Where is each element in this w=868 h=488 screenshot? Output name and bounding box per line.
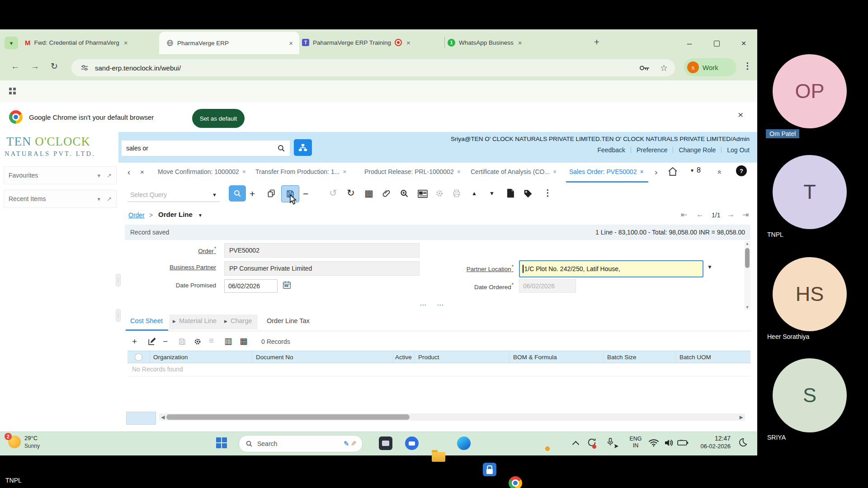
next-record-icon[interactable]: ▼ xyxy=(489,190,495,197)
menu-change-role[interactable]: Change Role xyxy=(679,146,716,154)
doc-tab-sales-order-active[interactable]: Sales Order: PVE50002× xyxy=(569,168,644,175)
select-query-dropdown[interactable]: Select Query ▼ xyxy=(127,188,220,202)
last-page-icon[interactable]: ⇥ xyxy=(742,210,749,220)
grid-columns-icon[interactable]: ▥ xyxy=(224,337,232,345)
site-settings-icon[interactable] xyxy=(80,64,89,71)
close-tab-icon[interactable]: × xyxy=(457,168,461,175)
tab-scroll-left-icon[interactable]: ‹ xyxy=(127,167,130,177)
grid-delete-row-icon[interactable]: − xyxy=(163,337,168,346)
scroll-up-icon[interactable]: ▲ xyxy=(744,241,750,246)
grid-view-icon[interactable]: ▦ xyxy=(364,188,373,198)
search-icon[interactable] xyxy=(277,144,285,152)
calendar-icon[interactable] xyxy=(282,280,292,290)
sidebar-splitter-handle[interactable]: ⋮ xyxy=(116,274,121,286)
home-icon[interactable] xyxy=(667,166,678,176)
tab-cost-sheet-active[interactable]: Cost Sheet xyxy=(130,317,163,324)
browser-tab-gmail[interactable]: M Fwd: Credential of PharmaVerg × xyxy=(25,33,160,52)
scroll-right-icon[interactable]: ▶ xyxy=(740,414,743,420)
previous-page-icon[interactable]: ← xyxy=(696,210,704,219)
form-scrollbar[interactable]: ▲ ▼ xyxy=(744,241,750,310)
taskbar-file-explorer-icon[interactable] xyxy=(432,452,445,462)
doc-tab-certificate-of-analysis[interactable]: Certificate of Analysis (CO...× xyxy=(471,168,557,175)
pane-splitter-handle[interactable]: ⋯ xyxy=(420,301,427,309)
taskbar-search-box[interactable]: Search ✎ ✎ xyxy=(239,435,363,452)
browser-tab-whatsapp[interactable]: 1 WhatsApp Business × xyxy=(448,33,581,52)
pane-splitter-handle[interactable]: ⋯ xyxy=(437,301,444,309)
window-close-button[interactable]: × xyxy=(735,37,753,50)
column-header[interactable]: Batch UOM xyxy=(676,351,750,363)
grid-save-icon[interactable] xyxy=(178,338,186,346)
doc-tab-transfer-from-production[interactable]: Transfer From Production: 1...× xyxy=(255,168,346,175)
scroll-down-icon[interactable]: ▼ xyxy=(744,305,750,310)
collapse-all-icon[interactable]: « xyxy=(716,170,724,174)
new-tab-button[interactable]: + xyxy=(590,35,604,49)
expand-icon[interactable]: ↗ xyxy=(107,172,112,179)
column-header[interactable]: BOM & Formula xyxy=(509,351,604,363)
attachment-icon[interactable] xyxy=(382,189,391,198)
apps-grid-icon[interactable] xyxy=(9,88,12,90)
forward-button[interactable]: → xyxy=(31,61,39,71)
weather-condition[interactable]: Sunny xyxy=(24,443,40,449)
tag-icon[interactable] xyxy=(524,189,533,198)
zoom-icon[interactable] xyxy=(400,189,409,198)
select-all-cell[interactable] xyxy=(127,351,150,363)
taskbar-teams-icon[interactable] xyxy=(405,436,419,450)
bookmark-star-icon[interactable]: ☆ xyxy=(660,63,668,73)
window-maximize-button[interactable] xyxy=(708,37,726,50)
close-tab-icon[interactable]: × xyxy=(518,39,522,47)
tray-date[interactable]: 06-02-2026 xyxy=(691,443,731,450)
erp-search-input[interactable]: sales or xyxy=(121,140,290,156)
menu-lookup-button[interactable] xyxy=(294,139,312,156)
battery-icon[interactable] xyxy=(677,439,689,446)
gear-icon[interactable] xyxy=(435,189,444,198)
browser-tab-teams[interactable]: T PaharmaVerge ERP Training × xyxy=(302,33,441,52)
notification-close-icon[interactable]: × xyxy=(738,109,743,120)
report-icon[interactable] xyxy=(417,189,428,198)
tab-order-line-tax[interactable]: Order Line Tax xyxy=(267,317,310,324)
close-tab-icon[interactable]: × xyxy=(343,168,346,175)
speaker-icon[interactable] xyxy=(664,438,675,447)
scroll-left-icon[interactable]: ◀ xyxy=(161,414,165,420)
lookup-records-button[interactable] xyxy=(229,185,246,202)
tab-search-button[interactable]: ▾ xyxy=(5,37,18,49)
partner-location-input[interactable]: 1/C Plot No. 242/250, Latif House, xyxy=(519,260,703,277)
column-header[interactable]: Active xyxy=(393,351,415,363)
tab-scroll-right-icon[interactable]: › xyxy=(655,167,657,177)
expand-icon[interactable]: ↗ xyxy=(107,196,112,202)
copy-record-button[interactable] xyxy=(267,189,276,198)
previous-record-icon[interactable]: ▲ xyxy=(472,190,477,197)
start-button[interactable] xyxy=(216,437,227,448)
tab-charge[interactable]: Charge xyxy=(231,317,252,324)
document-icon[interactable] xyxy=(506,188,514,198)
language-indicator[interactable]: ENG IN xyxy=(627,436,644,449)
close-tab-icon[interactable]: × xyxy=(124,39,128,47)
doc-tab-move-confirmation[interactable]: Move Confirmation: 1000002× xyxy=(158,168,246,175)
save-button[interactable] xyxy=(281,185,299,202)
participant-avatar[interactable]: T xyxy=(773,155,847,229)
grid-add-row-icon[interactable]: + xyxy=(132,337,137,346)
column-header[interactable]: Product xyxy=(415,351,509,363)
chevron-down-icon[interactable]: ▾ xyxy=(98,196,101,202)
partner-location-dropdown-icon[interactable]: ▼ xyxy=(707,264,712,270)
set-as-default-button[interactable]: Set as default xyxy=(192,109,245,128)
select-all-checkbox[interactable] xyxy=(135,353,142,361)
wifi-icon[interactable] xyxy=(648,438,659,447)
menu-feedback[interactable]: Feedback xyxy=(597,146,625,154)
browser-menu-icon[interactable]: ⋮ xyxy=(743,61,752,71)
menu-preference[interactable]: Preference xyxy=(637,146,667,154)
scrollbar-thumb[interactable] xyxy=(166,414,410,420)
close-tab-icon[interactable]: × xyxy=(406,39,410,47)
window-count-dropdown[interactable]: ▼ 8 xyxy=(690,166,701,174)
horizontal-scrollbar[interactable]: ◀ ▶ xyxy=(159,413,745,421)
help-icon[interactable]: ? xyxy=(736,165,747,176)
doc-tab-product-release[interactable]: Product Release: PRL-1000002× xyxy=(364,168,461,175)
microphone-icon[interactable] xyxy=(606,437,615,446)
sidebar-panel-recent-items[interactable]: Recent Items ▾ ↗ xyxy=(4,190,117,208)
new-record-button[interactable]: + xyxy=(250,189,255,198)
back-button[interactable]: ← xyxy=(11,61,19,71)
sidebar-panel-favourites[interactable]: Favourites ▾ ↗ xyxy=(4,166,117,184)
close-tab-icon[interactable]: × xyxy=(242,168,246,175)
more-options-icon[interactable]: ⋮ xyxy=(543,188,552,198)
browser-tab-erp-active[interactable]: PharmaVerge ERP × xyxy=(159,32,299,54)
weather-temp[interactable]: 29°C xyxy=(24,435,38,441)
